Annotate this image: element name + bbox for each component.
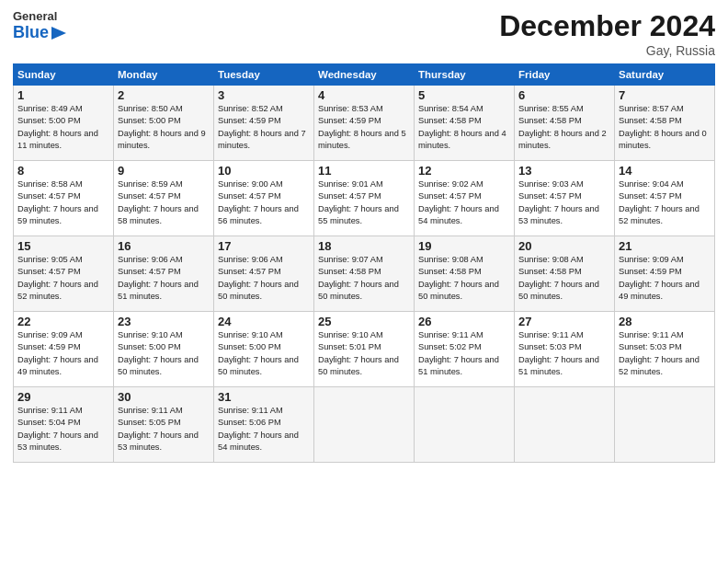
calendar-cell: 16Sunrise: 9:06 AMSunset: 4:57 PMDayligh…	[114, 236, 214, 312]
calendar-cell	[515, 387, 615, 463]
day-number: 11	[318, 164, 410, 178]
calendar-cell: 30Sunrise: 9:11 AMSunset: 5:05 PMDayligh…	[114, 387, 214, 463]
logo-arrow-icon	[51, 27, 66, 40]
day-number: 17	[218, 239, 310, 253]
day-detail: Sunrise: 9:07 AMSunset: 4:58 PMDaylight:…	[318, 255, 399, 301]
column-header-thursday: Thursday	[415, 64, 515, 86]
day-number: 14	[619, 164, 711, 178]
calendar-cell: 8Sunrise: 8:58 AMSunset: 4:57 PMDaylight…	[14, 161, 114, 236]
calendar-cell: 9Sunrise: 8:59 AMSunset: 4:57 PMDaylight…	[114, 161, 214, 236]
day-detail: Sunrise: 9:02 AMSunset: 4:57 PMDaylight:…	[418, 179, 499, 225]
day-detail: Sunrise: 9:11 AMSunset: 5:05 PMDaylight:…	[118, 406, 199, 452]
day-detail: Sunrise: 9:09 AMSunset: 4:59 PMDaylight:…	[17, 330, 98, 376]
calendar-week-row: 1Sunrise: 8:49 AMSunset: 5:00 PMDaylight…	[14, 86, 715, 161]
calendar-table: SundayMondayTuesdayWednesdayThursdayFrid…	[13, 63, 715, 463]
month-title: December 2024	[499, 9, 715, 43]
calendar-cell: 22Sunrise: 9:09 AMSunset: 4:59 PMDayligh…	[14, 312, 114, 387]
logo-general: General	[13, 9, 57, 23]
day-number: 30	[118, 390, 210, 404]
calendar-cell: 1Sunrise: 8:49 AMSunset: 5:00 PMDaylight…	[14, 86, 114, 161]
day-detail: Sunrise: 8:59 AMSunset: 4:57 PMDaylight:…	[118, 179, 199, 225]
calendar-cell: 3Sunrise: 8:52 AMSunset: 4:59 PMDaylight…	[214, 86, 314, 161]
calendar-cell: 5Sunrise: 8:54 AMSunset: 4:58 PMDaylight…	[415, 86, 515, 161]
day-detail: Sunrise: 9:06 AMSunset: 4:57 PMDaylight:…	[218, 255, 299, 301]
calendar-cell: 31Sunrise: 9:11 AMSunset: 5:06 PMDayligh…	[214, 387, 314, 463]
day-number: 25	[318, 315, 410, 328]
logo: General Blue	[13, 9, 66, 42]
day-number: 18	[318, 239, 410, 253]
calendar-cell: 13Sunrise: 9:03 AMSunset: 4:57 PMDayligh…	[515, 161, 615, 236]
day-detail: Sunrise: 9:10 AMSunset: 5:00 PMDaylight:…	[118, 330, 199, 376]
day-detail: Sunrise: 8:50 AMSunset: 5:00 PMDaylight:…	[118, 104, 206, 150]
day-number: 29	[17, 390, 109, 404]
calendar-cell	[615, 387, 715, 463]
calendar-container: General Blue December 2024 Gay, Russia S…	[0, 0, 728, 472]
calendar-cell: 10Sunrise: 9:00 AMSunset: 4:57 PMDayligh…	[214, 161, 314, 236]
day-number: 20	[518, 239, 610, 253]
day-detail: Sunrise: 9:11 AMSunset: 5:04 PMDaylight:…	[17, 406, 98, 452]
day-number: 22	[17, 315, 109, 328]
location-subtitle: Gay, Russia	[499, 43, 715, 58]
day-detail: Sunrise: 9:01 AMSunset: 4:57 PMDaylight:…	[318, 179, 399, 225]
calendar-cell	[314, 387, 415, 463]
calendar-cell: 28Sunrise: 9:11 AMSunset: 5:03 PMDayligh…	[615, 312, 715, 387]
day-number: 7	[619, 88, 711, 102]
day-detail: Sunrise: 8:57 AMSunset: 4:58 PMDaylight:…	[619, 104, 707, 150]
calendar-cell: 21Sunrise: 9:09 AMSunset: 4:59 PMDayligh…	[615, 236, 715, 312]
day-detail: Sunrise: 9:06 AMSunset: 4:57 PMDaylight:…	[118, 255, 199, 301]
day-detail: Sunrise: 9:11 AMSunset: 5:02 PMDaylight:…	[418, 330, 499, 376]
day-detail: Sunrise: 8:52 AMSunset: 4:59 PMDaylight:…	[218, 104, 306, 150]
calendar-cell: 15Sunrise: 9:05 AMSunset: 4:57 PMDayligh…	[14, 236, 114, 312]
day-detail: Sunrise: 9:00 AMSunset: 4:57 PMDaylight:…	[218, 179, 299, 225]
day-detail: Sunrise: 8:53 AMSunset: 4:59 PMDaylight:…	[318, 104, 406, 150]
day-number: 24	[218, 315, 310, 328]
day-number: 13	[518, 164, 610, 178]
calendar-cell: 26Sunrise: 9:11 AMSunset: 5:02 PMDayligh…	[415, 312, 515, 387]
day-number: 2	[118, 88, 210, 102]
calendar-cell: 14Sunrise: 9:04 AMSunset: 4:57 PMDayligh…	[615, 161, 715, 236]
day-number: 21	[619, 239, 711, 253]
day-number: 6	[518, 88, 610, 102]
calendar-header-row: SundayMondayTuesdayWednesdayThursdayFrid…	[14, 64, 715, 86]
calendar-week-row: 15Sunrise: 9:05 AMSunset: 4:57 PMDayligh…	[14, 236, 715, 312]
calendar-cell: 27Sunrise: 9:11 AMSunset: 5:03 PMDayligh…	[515, 312, 615, 387]
day-detail: Sunrise: 9:03 AMSunset: 4:57 PMDaylight:…	[518, 179, 599, 225]
day-number: 8	[17, 164, 109, 178]
calendar-cell: 25Sunrise: 9:10 AMSunset: 5:01 PMDayligh…	[314, 312, 415, 387]
column-header-sunday: Sunday	[14, 64, 114, 86]
calendar-cell: 20Sunrise: 9:08 AMSunset: 4:58 PMDayligh…	[515, 236, 615, 312]
calendar-cell: 18Sunrise: 9:07 AMSunset: 4:58 PMDayligh…	[314, 236, 415, 312]
calendar-cell: 4Sunrise: 8:53 AMSunset: 4:59 PMDaylight…	[314, 86, 415, 161]
day-detail: Sunrise: 9:11 AMSunset: 5:03 PMDaylight:…	[518, 330, 599, 376]
day-detail: Sunrise: 9:08 AMSunset: 4:58 PMDaylight:…	[518, 255, 599, 301]
calendar-cell: 29Sunrise: 9:11 AMSunset: 5:04 PMDayligh…	[14, 387, 114, 463]
title-block: December 2024 Gay, Russia	[499, 9, 715, 58]
day-detail: Sunrise: 9:11 AMSunset: 5:03 PMDaylight:…	[619, 330, 700, 376]
day-number: 19	[418, 239, 510, 253]
calendar-cell: 7Sunrise: 8:57 AMSunset: 4:58 PMDaylight…	[615, 86, 715, 161]
day-detail: Sunrise: 9:04 AMSunset: 4:57 PMDaylight:…	[619, 179, 700, 225]
day-number: 16	[118, 239, 210, 253]
day-number: 31	[218, 390, 310, 404]
day-detail: Sunrise: 9:05 AMSunset: 4:57 PMDaylight:…	[17, 255, 98, 301]
column-header-saturday: Saturday	[615, 64, 715, 86]
calendar-cell: 6Sunrise: 8:55 AMSunset: 4:58 PMDaylight…	[515, 86, 615, 161]
calendar-cell: 2Sunrise: 8:50 AMSunset: 5:00 PMDaylight…	[114, 86, 214, 161]
day-detail: Sunrise: 9:09 AMSunset: 4:59 PMDaylight:…	[619, 255, 700, 301]
logo-blue: Blue	[13, 23, 49, 42]
day-detail: Sunrise: 9:10 AMSunset: 5:01 PMDaylight:…	[318, 330, 399, 376]
calendar-body: 1Sunrise: 8:49 AMSunset: 5:00 PMDaylight…	[14, 86, 715, 463]
day-detail: Sunrise: 8:58 AMSunset: 4:57 PMDaylight:…	[17, 179, 98, 225]
calendar-cell: 23Sunrise: 9:10 AMSunset: 5:00 PMDayligh…	[114, 312, 214, 387]
day-number: 12	[418, 164, 510, 178]
day-number: 1	[17, 88, 109, 102]
calendar-week-row: 29Sunrise: 9:11 AMSunset: 5:04 PMDayligh…	[14, 387, 715, 463]
column-header-tuesday: Tuesday	[214, 64, 314, 86]
svg-marker-0	[51, 27, 66, 40]
calendar-cell: 12Sunrise: 9:02 AMSunset: 4:57 PMDayligh…	[415, 161, 515, 236]
column-header-monday: Monday	[114, 64, 214, 86]
day-number: 26	[418, 315, 510, 328]
day-detail: Sunrise: 8:49 AMSunset: 5:00 PMDaylight:…	[17, 104, 98, 150]
calendar-cell: 11Sunrise: 9:01 AMSunset: 4:57 PMDayligh…	[314, 161, 415, 236]
day-detail: Sunrise: 9:11 AMSunset: 5:06 PMDaylight:…	[218, 406, 299, 452]
